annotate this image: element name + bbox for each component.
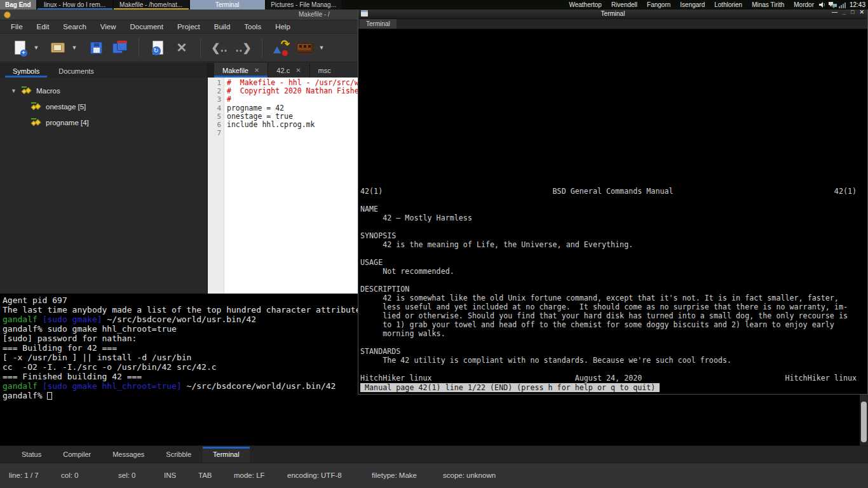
toolbar-separator [200, 38, 201, 57]
tree-item-onestage[interactable]: onestage [5] [5, 98, 207, 114]
taskbar-menu-button[interactable]: Bag End [0, 0, 36, 10]
statusbar: line: 1 / 7 col: 0 sel: 0 INS TAB mode: … [0, 463, 868, 488]
terminal-content[interactable]: 42(1) BSD General Commands Manual 42(1) … [358, 29, 867, 393]
build-icon[interactable] [293, 36, 317, 59]
editor-tab-label: Makefile [222, 67, 248, 74]
close-button[interactable]: ✕ [859, 9, 864, 15]
taskbar-window-linux[interactable]: linux - How do I rem... [37, 0, 112, 10]
navigate-back-icon[interactable]: ❮‥ [207, 36, 231, 59]
geany-app-icon [4, 11, 11, 18]
symbol-tree: ▼ Macros onestage [5] progname [4] [0, 78, 207, 130]
macro-icon [31, 118, 41, 127]
build-dropdown-icon[interactable]: ▼ [317, 36, 326, 59]
terminal-tab-bar: Terminal [358, 19, 867, 29]
tree-item-label: Macros [36, 87, 60, 95]
terminal-tab[interactable]: Terminal [360, 19, 397, 29]
new-document-dropdown-icon[interactable]: ▼ [32, 36, 41, 59]
menu-help[interactable]: Help [269, 22, 296, 32]
menu-search[interactable]: Search [57, 22, 92, 32]
tree-item-label: onestage [5] [46, 103, 86, 111]
man-page-text: 42(1) BSD General Commands Manual 42(1) … [360, 187, 857, 383]
line-number-gutter: 1 2 3 4 5 6 7 [208, 78, 224, 294]
terminal-titlebar[interactable]: Terminal — _ □ ✕ [358, 8, 867, 19]
pager-status-line: Manual page 42(1) line 1/22 (END) (press… [360, 383, 660, 392]
volume-icon[interactable] [819, 1, 827, 8]
network-icon[interactable] [829, 1, 837, 8]
tab-terminal[interactable]: Terminal [203, 447, 250, 463]
tab-documents[interactable]: Documents [51, 65, 102, 78]
tab-status[interactable]: Status [11, 447, 51, 463]
new-document-icon[interactable]: + [8, 36, 32, 59]
tab-symbols[interactable]: Symbols [5, 65, 47, 78]
tree-item-progname[interactable]: progname [4] [5, 114, 207, 130]
menu-file[interactable]: File [5, 22, 29, 32]
taskbar-window-makefile[interactable]: Makefile - /home/nat... [114, 0, 189, 10]
editor-tab-label: msc [318, 67, 331, 74]
menu-tools[interactable]: Tools [238, 22, 267, 32]
workspace-rivendell[interactable]: Rivendell [611, 1, 637, 8]
terminal-window-title: Terminal [358, 10, 867, 17]
save-icon[interactable] [84, 36, 108, 59]
workspace-lothlorien[interactable]: Lothlorien [714, 1, 742, 8]
workspace-isengard[interactable]: Isengard [680, 1, 705, 8]
message-window-tabs: Status Compiler Messages Scribble Termin… [0, 445, 868, 463]
navigate-forward-icon[interactable]: ‥❯ [231, 36, 255, 59]
taskbar-window-pictures[interactable]: Pictures - File Manag... [266, 0, 341, 10]
menu-build[interactable]: Build [208, 22, 236, 32]
open-file-icon[interactable] [46, 36, 70, 59]
menu-project[interactable]: Project [172, 22, 206, 32]
taskbar: Bag End linux - How do I rem... Makefile… [0, 0, 868, 10]
clock: 12:43 [850, 0, 865, 10]
tree-item-macros[interactable]: ▼ Macros [5, 83, 207, 98]
status-insert-mode: INS [164, 471, 176, 479]
status-scope: scope: unknown [443, 471, 496, 479]
tab-scribble[interactable]: Scribble [156, 447, 201, 463]
status-column: col: 0 [61, 471, 79, 479]
editor-tab-42c[interactable]: 42.c ✕ [268, 63, 309, 78]
menu-document[interactable]: Document [125, 22, 169, 32]
workspace-weathertop[interactable]: Weathertop [569, 1, 602, 8]
minimize-button[interactable]: _ [843, 9, 846, 15]
revert-icon[interactable]: ↻ [146, 36, 170, 59]
shade-button[interactable]: — [832, 9, 837, 15]
signal-strength-icon[interactable] [839, 1, 847, 8]
tab-messages[interactable]: Messages [102, 447, 154, 463]
status-filetype: filetype: Make [372, 471, 417, 479]
editor-tab-label: 42.c [276, 67, 290, 74]
macro-icon [22, 86, 32, 95]
sidebar: Symbols Documents ▼ Macros onestage [5] [0, 63, 208, 294]
geany-window-title: Makefile - / [299, 11, 358, 18]
save-all-icon[interactable] [108, 36, 132, 59]
status-line-ending: mode: LF [234, 471, 265, 479]
editor-tab-makefile[interactable]: Makefile ✕ [214, 63, 268, 78]
toolbar-separator [262, 38, 262, 57]
menu-edit[interactable]: Edit [31, 22, 55, 32]
status-encoding: encoding: UTF-8 [287, 471, 342, 479]
maximize-button[interactable]: □ [851, 9, 854, 15]
workspace-switcher: Weathertop Rivendell Fangorn Isengard Lo… [569, 0, 814, 10]
tab-close-icon[interactable]: ✕ [254, 67, 259, 74]
status-selection: sel: 0 [118, 471, 136, 479]
tree-item-label: progname [4] [46, 119, 89, 126]
tab-close-icon[interactable]: ✕ [295, 67, 301, 74]
system-tray [819, 0, 847, 10]
embedded-terminal-output: Agent pid 697The last time anybody made … [3, 295, 400, 400]
compile-icon[interactable]: ↷ [269, 36, 293, 59]
open-file-dropdown-icon[interactable]: ▼ [70, 36, 79, 59]
tree-expander-icon[interactable]: ▼ [11, 88, 17, 94]
taskbar-underline [37, 8, 112, 10]
toolbar-separator [139, 38, 139, 57]
workspace-minas-tirith[interactable]: Minas Tirith [752, 1, 784, 8]
taskbar-underline [114, 8, 189, 10]
sidebar-tab-bar: Symbols Documents [0, 63, 207, 78]
workspace-fangorn[interactable]: Fangorn [647, 1, 670, 8]
tab-compiler[interactable]: Compiler [53, 447, 101, 463]
terminal-window: Terminal — _ □ ✕ Terminal 42(1) BSD Gene… [358, 8, 868, 395]
workspace-mordor[interactable]: Mordor [794, 1, 814, 8]
status-line: line: 1 / 7 [9, 471, 39, 479]
scrollbar-thumb[interactable] [861, 402, 867, 442]
close-document-icon[interactable]: ✕ [170, 36, 194, 59]
taskbar-window-terminal[interactable]: Terminal [190, 0, 265, 10]
menu-view[interactable]: View [95, 22, 122, 32]
status-tab-mode: TAB [198, 471, 212, 479]
